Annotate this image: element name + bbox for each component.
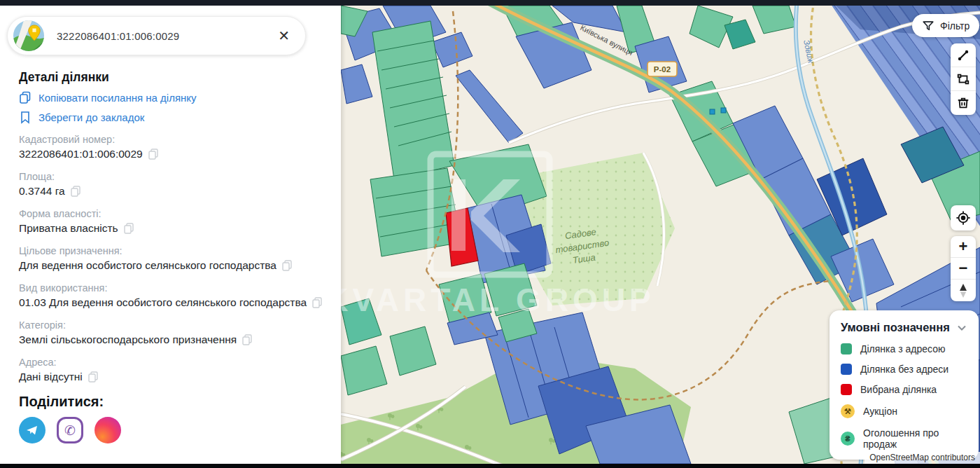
field-purpose: Цільове призначення: Для ведення особист… — [19, 245, 324, 272]
app-logo-icon — [13, 20, 44, 51]
copy-value-icon[interactable] — [71, 186, 80, 197]
parcel-fields: Кадастровий номер: 3222086401:01:006:002… — [19, 134, 324, 383]
share-viber-button[interactable]: ✆ — [57, 417, 83, 443]
trash-icon — [956, 96, 970, 110]
search-bar[interactable]: 3222086401:01:006:0029 ✕ — [7, 16, 306, 55]
green-swatch — [841, 343, 852, 355]
osm-attribution[interactable]: OpenStreetMap contributors — [864, 452, 980, 464]
copy-link-icon — [19, 91, 31, 104]
filter-icon — [922, 20, 934, 32]
filter-label: Фільтр — [940, 20, 969, 32]
copy-link-button[interactable]: Копіювати посилання на ділянку — [19, 91, 324, 104]
copy-value-icon[interactable] — [148, 149, 158, 160]
field-area: Площа: 0.3744 га — [19, 171, 324, 198]
legend-item-no-address: Ділянка без адреси — [841, 364, 967, 375]
search-input[interactable]: 3222086401:01:006:0029 — [57, 30, 275, 42]
legend-item-sale: ₴ Оголошення про продаж — [841, 427, 967, 450]
chevron-down-icon[interactable] — [956, 322, 967, 333]
bookmark-label: Зберегти до закладок — [38, 111, 144, 123]
copy-value-icon[interactable] — [242, 334, 252, 345]
share-buttons: ✆ — [19, 417, 324, 443]
bottom-bar — [0, 464, 980, 468]
zoom-out-button[interactable]: − — [951, 258, 976, 280]
bookmark-icon — [19, 111, 31, 124]
measure-area-icon — [956, 72, 970, 86]
field-address: Адреса: Дані відсутні — [19, 357, 324, 383]
auction-icon: ⚒ — [841, 404, 855, 418]
copy-value-icon[interactable] — [312, 297, 322, 308]
close-icon[interactable]: ✕ — [275, 26, 293, 46]
svg-text:Р-02: Р-02 — [654, 65, 671, 74]
field-use-type: Вид використання: 01.03 Для ведення особ… — [19, 282, 324, 309]
bookmark-button[interactable]: Зберегти до закладок — [19, 111, 324, 124]
locate-icon — [955, 210, 971, 226]
telegram-icon — [25, 423, 39, 437]
copy-link-label: Копіювати посилання на ділянку — [38, 92, 197, 104]
road-ref-badge: Р-02 — [648, 62, 677, 76]
legend-item-with-address: Ділянка з адресою — [841, 343, 967, 355]
legend-item-auction: ⚒ Аукціон — [841, 404, 967, 418]
share-instagram-button[interactable] — [94, 417, 121, 443]
legend-title: Умовні позначення — [841, 321, 950, 334]
field-category: Категорія: Землі сільськогосподарського … — [19, 319, 324, 346]
copy-value-icon[interactable] — [88, 371, 98, 383]
measure-distance-button[interactable] — [951, 43, 976, 67]
page-title: Деталі ділянки — [19, 70, 324, 85]
compass-icon — [957, 282, 969, 299]
zoom-control: + − — [951, 236, 976, 301]
top-bar — [0, 0, 980, 6]
filter-button[interactable]: Фільтр — [912, 14, 979, 37]
field-cadastral-number: Кадастровий номер: 3222086401:01:006:002… — [19, 134, 324, 160]
details-sidebar: 3222086401:01:006:0029 ✕ Деталі ділянки … — [0, 6, 341, 464]
legend-panel: Умовні позначення Ділянка з адресою Діля… — [830, 310, 979, 460]
locate-button[interactable] — [951, 205, 976, 230]
copy-value-icon[interactable] — [124, 223, 134, 234]
viber-icon: ✆ — [64, 422, 76, 439]
measure-distance-icon — [956, 48, 970, 62]
field-ownership: Форма власності: Приватна власність — [19, 208, 324, 235]
compass-button[interactable] — [951, 280, 976, 301]
blue-swatch — [841, 364, 852, 375]
copy-value-icon[interactable] — [282, 260, 292, 271]
delete-button[interactable] — [951, 91, 976, 115]
measure-area-button[interactable] — [951, 67, 976, 91]
hryvnia-icon: ₴ — [841, 432, 855, 446]
legend-item-selected: Вибрана ділянка — [841, 384, 967, 395]
watermark-text: KVARTAL GROUP — [341, 282, 655, 318]
red-swatch — [841, 384, 852, 395]
share-telegram-button[interactable] — [19, 417, 46, 443]
zoom-in-button[interactable]: + — [951, 236, 976, 258]
share-title: Поділитися: — [19, 394, 324, 410]
map-toolbar — [951, 43, 976, 115]
